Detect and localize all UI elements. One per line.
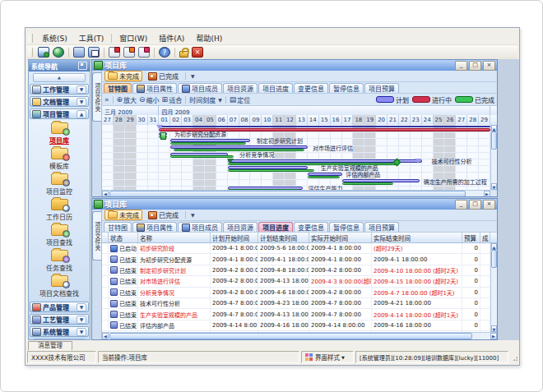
- menu-item-2[interactable]: 窗口(W): [114, 32, 153, 44]
- tab-3[interactable]: 项目资源: [223, 222, 258, 232]
- folder-icon[interactable]: [73, 47, 85, 58]
- close-button[interactable]: ×: [483, 61, 495, 71]
- summary-plan-bar[interactable]: [159, 126, 490, 127]
- column-header-8[interactable]: 成: [480, 233, 490, 242]
- chevron-down-icon[interactable]: ▼: [77, 316, 86, 324]
- tab-2[interactable]: 项目成员: [178, 83, 222, 93]
- tool-timescale[interactable]: 时间刻度▼: [189, 95, 222, 104]
- tab-7[interactable]: 项目预算: [364, 83, 399, 93]
- filter-completed-button[interactable]: 已完成: [145, 71, 182, 81]
- sidebar-group-3[interactable]: 产品管理▼: [30, 302, 89, 312]
- menu-item-0[interactable]: 系统(S): [36, 32, 73, 44]
- filter-unfinished-button[interactable]: 未完成: [104, 71, 142, 81]
- tool-缩小[interactable]: ⊖缩小: [139, 95, 160, 104]
- menu-item-3[interactable]: 插件(A): [153, 32, 190, 44]
- sidebar-item-3[interactable]: 工作日历: [29, 196, 90, 222]
- chevron-down-icon[interactable]: ▼: [77, 328, 86, 336]
- scroll-thumb[interactable]: [109, 333, 472, 339]
- tab-0[interactable]: 甘特图: [104, 222, 132, 232]
- column-header-6[interactable]: 实际结束时间: [372, 233, 462, 242]
- tab-1[interactable]: 项目属性: [132, 222, 177, 232]
- done-bar[interactable]: [174, 149, 304, 151]
- restore-button[interactable]: □: [469, 200, 481, 210]
- menu-item-1[interactable]: 工具(T): [73, 32, 110, 44]
- sidebar-item-4[interactable]: 项目查找: [29, 222, 90, 247]
- table-row[interactable]: 已结束生产实验室规模的产品2009-4-7 8:00:002009-4-13 1…: [102, 309, 490, 320]
- globe-icon[interactable]: [53, 47, 64, 58]
- filter-completed-button[interactable]: 已完成: [145, 210, 182, 220]
- sidebar-item-0[interactable]: 项目库: [29, 120, 90, 145]
- project-folder-tab[interactable]: 项目文件夹: [92, 72, 101, 122]
- tool-放大[interactable]: ⊕放大: [117, 95, 137, 104]
- table-row[interactable]: 已结束分析竞争情况2009-4-2 8:00:002009-4-6 18:00:…: [102, 288, 490, 298]
- sidebar-group-2[interactable]: 项目管理▲: [30, 108, 89, 119]
- overflow-chevron-icon[interactable]: »: [104, 96, 109, 104]
- tab-4[interactable]: 项目进度: [258, 222, 293, 232]
- tab-3[interactable]: 项目资源: [223, 83, 258, 93]
- tab-6[interactable]: 暂停信息: [329, 222, 364, 232]
- project-folder-tab[interactable]: 项目文件夹: [92, 211, 101, 261]
- menubar-grip[interactable]: [29, 34, 33, 43]
- scroll-left-arrow[interactable]: ◀: [102, 191, 109, 196]
- sidebar-item-6[interactable]: 项目文档查找: [29, 273, 90, 298]
- scroll-down-arrow[interactable]: ▼: [491, 325, 497, 332]
- column-header-3[interactable]: 计划开始时间: [211, 233, 258, 242]
- menu-item-4[interactable]: 帮助(H): [190, 32, 228, 44]
- report-icon[interactable]: [109, 47, 120, 58]
- column-header-4[interactable]: 计划结束时间: [258, 233, 309, 242]
- scroll-up-arrow[interactable]: ▲: [491, 243, 497, 250]
- chevron-down-icon[interactable]: ▼: [77, 303, 86, 311]
- tab-2[interactable]: 项目成员: [178, 222, 222, 232]
- scroll-down-arrow[interactable]: ▼: [491, 183, 497, 190]
- gantt-horizontal-scrollbar[interactable]: ◀ ▶: [102, 190, 490, 196]
- pin-icon[interactable]: [78, 62, 87, 70]
- tab-5[interactable]: 变更信息: [294, 222, 328, 232]
- filter-unfinished-button[interactable]: 未完成: [104, 210, 142, 220]
- toolbar-grip[interactable]: [29, 48, 33, 57]
- sidebar-scroll-down-button[interactable]: ▼: [33, 339, 86, 340]
- column-header-7[interactable]: 预算: [462, 233, 480, 242]
- tool-locate[interactable]: ▤定位: [230, 95, 251, 104]
- chevron-down-icon[interactable]: ▼: [77, 85, 86, 94]
- lock-icon[interactable]: [179, 51, 188, 58]
- scroll-thumb[interactable]: [491, 250, 497, 268]
- table-row[interactable]: 已结束技术可行性分析2009-4-7 8:00:002009-4-23 18:0…: [102, 298, 490, 309]
- resize-grip[interactable]: [510, 351, 517, 363]
- folder-view-icon[interactable]: [88, 47, 100, 58]
- help-icon[interactable]: [159, 47, 170, 58]
- sidebar-item-1[interactable]: 模板库: [29, 145, 90, 171]
- done-bar[interactable]: [170, 142, 246, 145]
- stop-icon[interactable]: [192, 47, 203, 58]
- chevron-down-icon[interactable]: ▼: [77, 98, 86, 106]
- table-row[interactable]: 已结束为初步研究分配资源2009-4-1 8:00:002009-4-1 18:…: [102, 254, 490, 265]
- sidebar-item-2[interactable]: 项目监控: [29, 171, 90, 196]
- scroll-up-arrow[interactable]: ▲: [491, 125, 497, 131]
- tab-4[interactable]: 项目进度: [258, 83, 293, 93]
- table-row[interactable]: 已结束制定初步研究计划2009-4-2 8:00:002009-4-8 18:0…: [102, 265, 490, 276]
- table-window-titlebar[interactable]: 项目库 _ □ ×: [92, 199, 497, 210]
- scroll-thumb[interactable]: [109, 191, 466, 196]
- done-bar[interactable]: [170, 155, 233, 158]
- ui-style-button[interactable]: 界面样式 ▼: [301, 351, 354, 363]
- report-user-icon[interactable]: [138, 47, 150, 58]
- scroll-right-arrow[interactable]: ▶: [490, 333, 497, 339]
- scroll-thumb[interactable]: [491, 131, 497, 150]
- done-bar[interactable]: [228, 169, 315, 172]
- sidebar-group-5[interactable]: 系统管理▼: [30, 326, 89, 337]
- restore-button[interactable]: □: [469, 61, 481, 71]
- filter-more-icon[interactable]: ▼: [191, 73, 195, 79]
- scroll-left-arrow[interactable]: ◀: [102, 333, 109, 339]
- tab-7[interactable]: 项目预算: [364, 222, 399, 232]
- close-button[interactable]: ×: [483, 200, 495, 210]
- report-edit-icon[interactable]: [123, 47, 135, 58]
- column-header-0[interactable]: [102, 233, 109, 242]
- sidebar-scroll-up-button[interactable]: ▲: [33, 73, 86, 82]
- done-bar[interactable]: [342, 182, 393, 185]
- sidebar-group-4[interactable]: 工艺管理▼: [30, 314, 89, 325]
- table-row[interactable]: 已结束评估内部产品2009-4-14 8:00:002009-4-16 18:0…: [102, 321, 490, 331]
- done-bar[interactable]: [308, 176, 340, 178]
- column-header-1[interactable]: 状态: [109, 233, 138, 242]
- summary-progress-bar[interactable]: [159, 128, 490, 131]
- sidebar-group-1[interactable]: 文档管理▼: [30, 96, 89, 107]
- minimize-button[interactable]: _: [455, 200, 467, 210]
